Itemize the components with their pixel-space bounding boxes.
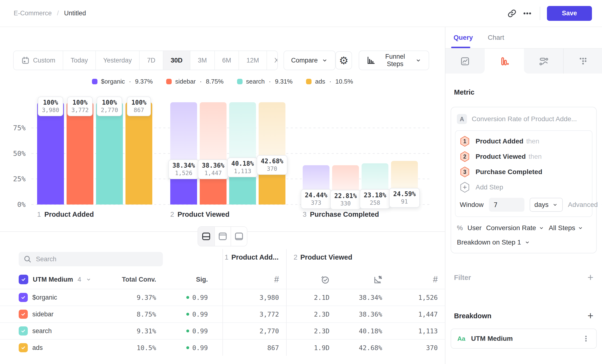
save-button[interactable]: Save bbox=[547, 6, 592, 21]
bar-percent: 23.18% bbox=[364, 191, 386, 199]
column-header-step2-count[interactable]: # bbox=[433, 274, 445, 285]
add-filter-button[interactable]: + bbox=[587, 273, 593, 283]
bar-percent: 100% bbox=[42, 99, 59, 107]
funnel-bar-ads[interactable]: 100%867 bbox=[126, 102, 152, 204]
row-conversion-rate: 38.34% bbox=[334, 294, 387, 301]
row-checkbox[interactable] bbox=[19, 310, 28, 319]
layout-toggle-bottom[interactable] bbox=[231, 227, 247, 246]
legend-item[interactable]: search·9.31% bbox=[237, 78, 293, 85]
layout-top-icon bbox=[218, 232, 227, 241]
add-step-label: Add Step bbox=[476, 183, 503, 191]
metric-series-row[interactable]: A Conversion Rate of Product Adde... bbox=[455, 112, 592, 126]
metric-card: A Conversion Rate of Product Adde... 1Pr… bbox=[451, 107, 597, 253]
funnel-bar-$organic[interactable]: 24.44%373 bbox=[303, 165, 330, 204]
funnel-step-group[interactable]: 100%3,980100%3,772100%2,770100%867 bbox=[37, 102, 152, 204]
table-search-box[interactable] bbox=[19, 252, 163, 266]
date-range-yesterday[interactable]: Yesterday bbox=[95, 51, 139, 70]
funnel-bar-search[interactable]: 40.18%1,113 bbox=[229, 102, 256, 204]
layout-toggle-top[interactable] bbox=[214, 227, 231, 246]
date-range-3m[interactable]: 3M bbox=[190, 51, 214, 70]
group-by-label[interactable]: UTM Medium bbox=[33, 276, 73, 283]
table-step2-header: 2Product Viewed bbox=[286, 249, 445, 261]
series-letter-badge: A bbox=[457, 114, 467, 124]
column-header-rate[interactable] bbox=[373, 275, 387, 284]
funnel-bar-$organic[interactable]: 38.34%1,526 bbox=[170, 102, 197, 204]
breakdown-options-button[interactable] bbox=[582, 334, 590, 343]
add-step-row[interactable]: + Add Step bbox=[460, 180, 588, 195]
chart-type-button[interactable]: Funnel Steps bbox=[359, 51, 429, 70]
funnel-bar-search[interactable]: 100%2,770 bbox=[96, 102, 123, 204]
breakdown-property-card[interactable]: Aa UTM Medium bbox=[451, 329, 597, 349]
row-checkbox[interactable] bbox=[19, 293, 28, 302]
bar-value-label: 40.18%1,113 bbox=[227, 158, 258, 177]
measure-entity[interactable]: User bbox=[467, 224, 482, 232]
date-range-12m[interactable]: 12M bbox=[238, 51, 267, 70]
funnel-bar-ads[interactable]: 42.68%370 bbox=[259, 102, 285, 204]
funnel-bar-sidebar[interactable]: 22.81%330 bbox=[332, 165, 359, 204]
measure-metric-select[interactable]: Conversion Rate bbox=[486, 224, 544, 232]
funnel-step-group[interactable]: 24.44%37322.81%33023.18%25824.59%91 bbox=[303, 161, 418, 204]
date-range-today[interactable]: Today bbox=[63, 51, 95, 70]
percent-icon: % bbox=[457, 224, 463, 232]
query-panel-content: Metric A Conversion Rate of Product Adde… bbox=[445, 88, 602, 349]
date-range-custom[interactable]: Custom bbox=[14, 51, 63, 70]
funnel-bar-ads[interactable]: 24.59%91 bbox=[391, 161, 418, 204]
add-breakdown-button[interactable]: + bbox=[587, 311, 593, 321]
query-step-1[interactable]: 1Product Addedthen bbox=[460, 134, 588, 149]
window-value-input[interactable] bbox=[489, 198, 524, 212]
layout-toggle-split[interactable] bbox=[198, 227, 214, 246]
chevron-down-icon bbox=[322, 57, 328, 64]
tab-retention[interactable] bbox=[563, 49, 602, 74]
date-range-xtd[interactable]: XTD bbox=[267, 51, 278, 70]
legend-value: 9.31% bbox=[275, 78, 293, 85]
copy-link-button[interactable] bbox=[504, 6, 520, 21]
measure-scope-select[interactable]: All Steps bbox=[549, 224, 584, 232]
tab-flows[interactable] bbox=[524, 49, 563, 74]
step-hexagon-badge: 3 bbox=[460, 166, 470, 177]
date-range-label: 3M bbox=[198, 57, 207, 64]
date-range-6m[interactable]: 6M bbox=[214, 51, 239, 70]
funnel-bar-$organic[interactable]: 100%3,980 bbox=[37, 102, 64, 204]
select-all-checkbox[interactable] bbox=[19, 275, 28, 284]
breakdown-on-label: Breakdown on Step 1 bbox=[457, 238, 521, 246]
column-header-total-conv[interactable]: Total Conv. bbox=[108, 276, 156, 283]
column-header-time[interactable] bbox=[320, 275, 334, 284]
legend-item[interactable]: ads·10.5% bbox=[306, 78, 353, 85]
more-actions-button[interactable] bbox=[520, 6, 535, 21]
date-range-7d[interactable]: 7D bbox=[139, 51, 163, 70]
tab-query[interactable]: Query bbox=[453, 34, 473, 42]
tab-chart[interactable]: Chart bbox=[488, 34, 504, 42]
window-unit-select[interactable]: days bbox=[530, 198, 563, 212]
tab-insights[interactable] bbox=[445, 49, 485, 74]
funnel-bar-search[interactable]: 23.18%258 bbox=[362, 163, 388, 204]
row-significance: 0.99 bbox=[156, 327, 208, 335]
funnel-bar-sidebar[interactable]: 38.36%1,447 bbox=[200, 102, 226, 204]
chart-settings-button[interactable]: ⚙ bbox=[335, 51, 352, 69]
advanced-toggle[interactable]: Advanced bbox=[568, 201, 602, 209]
query-step-3[interactable]: 3Purchase Completed bbox=[460, 164, 588, 180]
breakdown-on-select[interactable]: Breakdown on Step 1 bbox=[457, 238, 591, 246]
funnel-step-group[interactable]: 38.34%1,52638.36%1,44740.18%1,11342.68%3… bbox=[170, 102, 285, 204]
query-step-2[interactable]: 2Product Viewedthen bbox=[460, 149, 588, 164]
query-panel: Query Chart bbox=[445, 27, 602, 364]
legend-item[interactable]: $organic·9.37% bbox=[92, 78, 153, 85]
date-range-30d[interactable]: 30D bbox=[163, 51, 190, 70]
insights-icon bbox=[460, 56, 470, 66]
legend-item[interactable]: sidebar·8.75% bbox=[166, 78, 224, 85]
bar-percent: 38.36% bbox=[202, 162, 224, 170]
compare-button[interactable]: Compare bbox=[283, 51, 335, 70]
column-header-step1-count[interactable]: # bbox=[274, 274, 286, 285]
tab-funnels[interactable] bbox=[485, 49, 524, 74]
row-checkbox[interactable] bbox=[19, 343, 28, 352]
breadcrumb-report-title[interactable]: Untitled bbox=[64, 10, 86, 17]
table-vertical-divider bbox=[286, 249, 287, 356]
breadcrumb-project[interactable]: E-Commerce bbox=[14, 10, 52, 17]
row-checkbox[interactable] bbox=[19, 326, 28, 335]
step-hexagon-badge: 1 bbox=[460, 136, 470, 147]
legend-separator: · bbox=[129, 78, 131, 85]
ellipsis-icon bbox=[523, 9, 532, 18]
column-header-sig[interactable]: Sig. bbox=[156, 276, 208, 283]
metric-title: Conversion Rate of Product Adde... bbox=[472, 115, 577, 123]
table-search-input[interactable] bbox=[36, 256, 158, 263]
funnel-bar-sidebar[interactable]: 100%3,772 bbox=[66, 102, 93, 204]
